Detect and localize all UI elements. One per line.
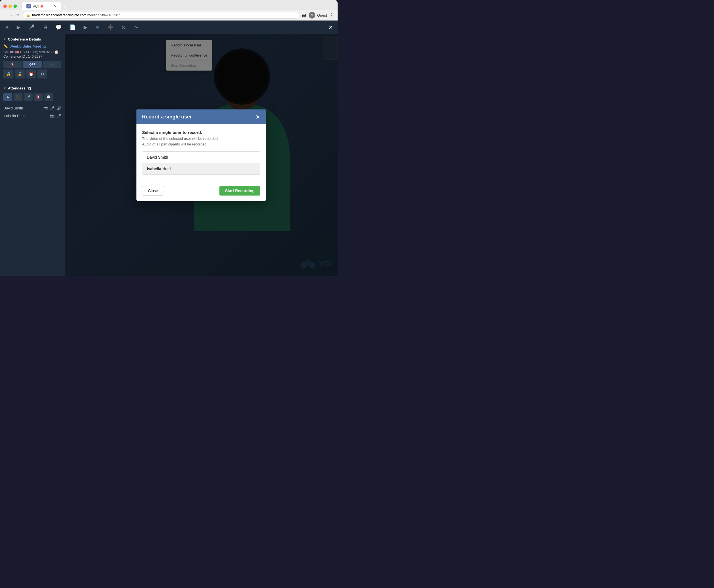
attendee-name-isabella: Isabella Heal	[3, 114, 48, 118]
attendee-name-david: David Smith	[3, 106, 41, 110]
guest-menu-button[interactable]: G Guest	[309, 12, 327, 19]
attendee-audio-icon-david[interactable]: 🔊	[57, 106, 61, 110]
chat-icon[interactable]: 💬	[54, 23, 63, 31]
modal-header: Record a single user ✕	[136, 109, 266, 124]
record-icon[interactable]: ⊙	[120, 23, 127, 31]
control-row-1: 🔇 OFF 📞	[3, 61, 61, 68]
attendee-video-icon-david[interactable]: 📷	[43, 106, 48, 110]
attendee-controls: ▶ ⬛ 🎤 🔇 💬	[0, 92, 65, 102]
close-dialog-button[interactable]: Close	[142, 186, 164, 195]
video-area: Record single user Record full conferenc…	[65, 34, 338, 276]
window-minimize[interactable]	[8, 4, 12, 8]
browser-action-buttons: 📷 G Guest ⋮	[301, 12, 334, 19]
off-button[interactable]: OFF	[23, 61, 42, 68]
modal-title: Record a single user	[142, 114, 192, 120]
tab-close-btn[interactable]: ✕	[54, 4, 57, 8]
attendee-mic-icon-isabella[interactable]: 🎤	[57, 114, 61, 118]
screen-share-icon[interactable]: 🖥	[41, 23, 49, 31]
browser-menu-button[interactable]: ⋮	[329, 12, 334, 18]
add-icon[interactable]: ➕	[106, 23, 115, 31]
window-close[interactable]	[3, 4, 7, 8]
sidebar: ▼ Conference Details ✏️ Weekly Sales Mee…	[0, 34, 65, 276]
hamburger-icon[interactable]: ≡	[4, 23, 10, 31]
back-button[interactable]: ‹	[3, 13, 7, 18]
attendees-section-title: Attendees (2)	[8, 86, 31, 90]
lock-icon: 🔒	[26, 14, 30, 17]
conference-details: ✏️ Weekly Sales Meeting Call In: 🇺🇸 US +…	[0, 43, 65, 83]
modal-close-button[interactable]: ✕	[255, 114, 260, 120]
attendee-row-isabella: Isabella Heal 📷 🎤	[0, 112, 65, 120]
hold-button[interactable]: 🔇	[3, 61, 22, 68]
start-recording-button[interactable]: Start Recording	[219, 186, 260, 195]
edit-icon: ✏️	[3, 44, 8, 48]
modal-sub-text: The video of the selected user will be r…	[142, 136, 260, 147]
attendees-section-header[interactable]: ▼ Attendees (2)	[0, 83, 65, 92]
tab-favicon: V	[26, 4, 31, 8]
email-icon[interactable]: ✉	[94, 23, 101, 31]
attendee-video-stop[interactable]: ⬛	[14, 93, 22, 101]
user-list-item-isabella[interactable]: Isabella Heal	[142, 163, 260, 174]
address-bar-row: ‹ › ↻ 🔒 m4demo.videoconferencinginfo.com…	[0, 10, 338, 21]
user-selection-list: David Smith Isabella Heal	[142, 151, 260, 175]
recording-indicator	[41, 5, 43, 7]
attendee-row-david: David Smith 📷 🎤 🔊	[0, 104, 65, 112]
forward-button[interactable]: ›	[9, 13, 13, 18]
browser-chrome: V VCI ✕ + ‹ › ↻ 🔒 m4demo.videoconferenci…	[0, 0, 338, 21]
record-single-user-modal: Record a single user ✕ Select a single u…	[136, 109, 266, 201]
refresh-button[interactable]: ↻	[15, 13, 21, 18]
signal-icon[interactable]: 〜	[132, 23, 140, 32]
attendee-video-icon-isabella[interactable]: 📷	[50, 114, 55, 118]
dial-button[interactable]: 📞	[43, 61, 61, 68]
files-icon[interactable]: 📄	[68, 23, 77, 31]
timer-button[interactable]: ⏰	[26, 69, 36, 79]
active-tab[interactable]: V VCI ✕	[22, 2, 61, 10]
conference-id-row: Conference ID : 146-2987	[3, 55, 61, 59]
lock-button[interactable]: 🔒	[3, 69, 14, 79]
modal-footer: Close Start Recording	[136, 186, 266, 201]
tab-title: VCI	[33, 4, 39, 8]
camera-icon[interactable]: 📷	[301, 13, 306, 17]
chevron-down-icon-attendees: ▼	[3, 87, 6, 90]
url-text: m4demo.videoconferencinginfo.com/meeting…	[32, 13, 120, 17]
conference-section-title: Conference Details	[8, 37, 41, 41]
settings-button[interactable]: ⚙	[37, 69, 47, 79]
attendee-mic-all[interactable]: 🎤	[24, 93, 33, 101]
attendee-chat-all[interactable]: 💬	[44, 93, 53, 101]
call-in-row: Call In: 🇺🇸 US +1 (206) 928-9280 📋	[3, 50, 61, 54]
mic-icon[interactable]: 🎤	[27, 23, 36, 31]
new-tab-button[interactable]: +	[61, 4, 69, 10]
conference-section-header[interactable]: ▼ Conference Details	[0, 34, 65, 43]
attendee-mic-icon-david[interactable]: 🎤	[50, 106, 55, 110]
meeting-name: Weekly Sales Meeting	[9, 44, 46, 48]
play-icon[interactable]: ▶	[82, 23, 89, 31]
url-bar[interactable]: 🔒 m4demo.videoconferencinginfo.com/meeti…	[23, 12, 299, 19]
attendee-mic-off[interactable]: 🔇	[34, 93, 43, 101]
meeting-name-link[interactable]: ✏️ Weekly Sales Meeting	[3, 44, 61, 48]
chevron-down-icon: ▼	[3, 38, 6, 41]
attendee-video-all[interactable]: ▶	[3, 93, 13, 101]
modal-overlay: Record a single user ✕ Select a single u…	[65, 34, 338, 276]
unlock-button[interactable]: 🔓	[15, 69, 25, 79]
control-row-2: 🔒 🔓 ⏰ ⚙	[3, 69, 61, 79]
video-icon[interactable]: ▶	[16, 23, 22, 31]
modal-body: Select a single user to record. The vide…	[136, 124, 266, 186]
user-list-item-david[interactable]: David Smith	[142, 152, 260, 163]
close-button[interactable]: ✕	[328, 24, 333, 31]
top-toolbar: ≡ ▶ 🎤 🖥 💬 📄 ▶ ✉ ➕ ⊙ 〜 ✕	[0, 21, 338, 34]
window-maximize[interactable]	[14, 4, 17, 8]
guest-avatar: G	[309, 12, 315, 19]
modal-instruction: Select a single user to record.	[142, 130, 260, 135]
guest-label: Guest	[317, 13, 327, 17]
